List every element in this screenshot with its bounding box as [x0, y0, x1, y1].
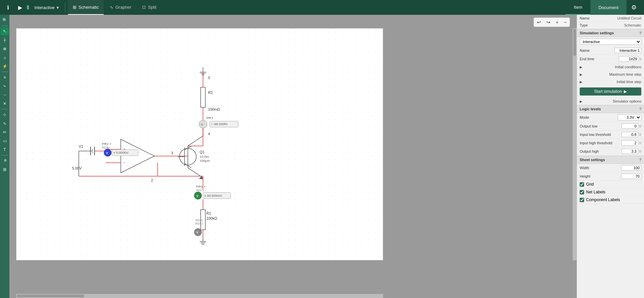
power-tool[interactable]: ⚡ [1, 62, 9, 70]
svg-text:−: − [124, 161, 126, 164]
mode-button[interactable]: Interactive ▾ [31, 4, 62, 11]
horizontal-scrollbar[interactable] [16, 294, 383, 298]
svg-text:5.00V: 5.00V [72, 166, 82, 170]
svg-text:100kΩ: 100kΩ [206, 216, 217, 220]
initial-time-step-label: Initial time step [617, 80, 641, 84]
tab-schematic[interactable]: ⊞ Schematic [68, 0, 104, 15]
split-tab-icon: ⊡ [142, 5, 146, 10]
input-high-input[interactable] [621, 140, 638, 146]
net-tool[interactable]: ≡ [1, 73, 9, 81]
output-low-input[interactable] [621, 123, 638, 129]
sim-name-input[interactable] [614, 48, 641, 53]
zoom-in-button[interactable]: + [554, 19, 561, 26]
width-label: Width [580, 166, 621, 170]
wire-tool[interactable]: ┼ [1, 36, 9, 44]
grapher-tab-icon: ∿ [110, 5, 113, 10]
svg-text:0: 0 [208, 76, 210, 80]
logic-levels-header[interactable]: Logic levels ? [577, 105, 644, 113]
zoom-out-button[interactable]: − [562, 19, 569, 26]
svg-text:PR3: PR3 [206, 116, 213, 120]
height-row: Height [577, 172, 644, 181]
sim-name-row: Name [577, 46, 644, 55]
tab-split[interactable]: ⊡ Split [137, 0, 161, 15]
pen-tool[interactable]: ✏ [1, 128, 9, 136]
svg-text:V: V [196, 231, 198, 234]
svg-text:3: 3 [171, 151, 173, 155]
wave-tool[interactable]: ∿ [1, 119, 9, 127]
svg-text:PR1 +: PR1 + [196, 185, 206, 188]
ground-tool[interactable]: ⏚ [1, 53, 9, 62]
split-tab-label: Split [148, 5, 156, 10]
info-button[interactable]: ℹ [3, 2, 13, 13]
text-tool[interactable]: T [1, 146, 9, 154]
svg-text:100μm: 100μm [200, 159, 210, 162]
input-low-input[interactable] [621, 132, 638, 137]
sheet-settings-header[interactable]: Sheet settings ? [577, 156, 644, 164]
logic-help-icon[interactable]: ? [639, 107, 641, 111]
height-label: Height [580, 174, 621, 178]
simulation-help-icon[interactable]: ? [639, 31, 641, 35]
undo-button[interactable]: ↩ [535, 19, 543, 26]
mode-dropdown-icon: ▾ [57, 5, 59, 10]
svg-text:100mΩ: 100mΩ [208, 107, 220, 111]
logic-mode-select[interactable]: 3.3V 5V 1.8V 2.5V [618, 114, 641, 120]
output-high-label: Output high [580, 149, 621, 153]
svg-text:REF2 -: REF2 - [102, 146, 111, 149]
initial-conditions-section: ▶ Initial conditions [577, 63, 644, 71]
vscroll-thumb[interactable] [573, 29, 576, 56]
right-panel: Name Untitled Circuit Type Schematic Sim… [577, 15, 644, 298]
lt-sep2 [1, 72, 8, 72]
right-tabs: Item Document ⚙ [566, 0, 641, 15]
grid-tool[interactable]: ⊞ [1, 165, 9, 174]
search-tool[interactable]: 🔍 [1, 16, 9, 24]
component-labels-checkbox[interactable] [580, 198, 584, 202]
initial-time-step-row[interactable]: ▶ Initial time step [580, 79, 641, 84]
name-label: Name [580, 16, 617, 20]
start-simulation-button[interactable]: Start simulation ▶ [580, 87, 641, 96]
sheet-settings-label: Sheet settings [580, 158, 605, 162]
tab-grapher[interactable]: ∿ Grapher [105, 0, 136, 15]
svg-text:A: A [201, 123, 203, 126]
end-time-input[interactable] [619, 56, 639, 62]
output-high-input[interactable] [621, 149, 638, 154]
lt-sep1 [1, 26, 8, 26]
canvas-area[interactable]: ↩ ↪ + − [9, 15, 577, 298]
box-tool[interactable]: ▭ [1, 137, 9, 145]
simulation-settings-header[interactable]: Simulation settings ? [577, 29, 644, 37]
max-time-step-section: ▶ Maximum time step [577, 71, 644, 78]
grid-row: Grid [577, 181, 644, 188]
component-tool[interactable]: ⊕ [1, 45, 9, 53]
schematic-canvas[interactable]: 0 R2 100mΩ PR3 A i -58.030fA 4 [16, 28, 383, 260]
cross-tool[interactable]: ✕ [1, 100, 9, 108]
measure-tool[interactable]: ⊹ [1, 111, 9, 119]
item-tab[interactable]: Item [566, 0, 590, 15]
svg-text:V: V [196, 194, 198, 198]
net-labels-checkbox[interactable] [580, 190, 584, 194]
gear-button[interactable]: ⚙ [626, 0, 641, 15]
left-toolbar: 🔍 ↖ ┼ ⊕ ⏚ ⚡ ≡ ⤷ → ✕ ⊹ ∿ ✏ ▭ T 🔎 ⊞ [0, 15, 9, 298]
output-low-unit: V [639, 124, 641, 128]
play-button[interactable]: ▶ [15, 2, 26, 13]
simulation-mode-select[interactable]: Interactive DC Operating Point AC Analys… [580, 39, 641, 45]
simulation-mode-row: Interactive DC Operating Point AC Analys… [577, 37, 644, 46]
svg-text:2: 2 [151, 178, 153, 182]
svg-text:REF2: REF2 [195, 222, 203, 225]
end-time-label: End time [580, 57, 619, 61]
width-input[interactable] [621, 165, 641, 171]
output-high-row: Output high V [577, 147, 644, 156]
zoom-tool[interactable]: 🔎 [1, 157, 9, 165]
height-input[interactable] [621, 174, 641, 179]
sheet-help-icon[interactable]: ? [639, 158, 641, 162]
probe-tool[interactable]: ⤷ [1, 82, 9, 90]
schematic-svg: 0 R2 100mΩ PR3 A i -58.030fA 4 [16, 29, 383, 260]
max-time-step-row[interactable]: ▶ Maximum time step [580, 72, 641, 77]
vertical-scrollbar[interactable] [573, 28, 577, 260]
simulator-options-row[interactable]: ▶ Simulator options [580, 99, 641, 104]
arrow-tool[interactable]: → [1, 91, 9, 99]
grid-checkbox[interactable] [580, 182, 584, 187]
initial-conditions-row[interactable]: ▶ Initial conditions [580, 64, 641, 70]
pointer-tool[interactable]: ↖ [1, 27, 9, 35]
document-tab[interactable]: Document [590, 0, 626, 15]
redo-button[interactable]: ↪ [544, 19, 552, 26]
scroll-thumb[interactable] [17, 295, 84, 297]
